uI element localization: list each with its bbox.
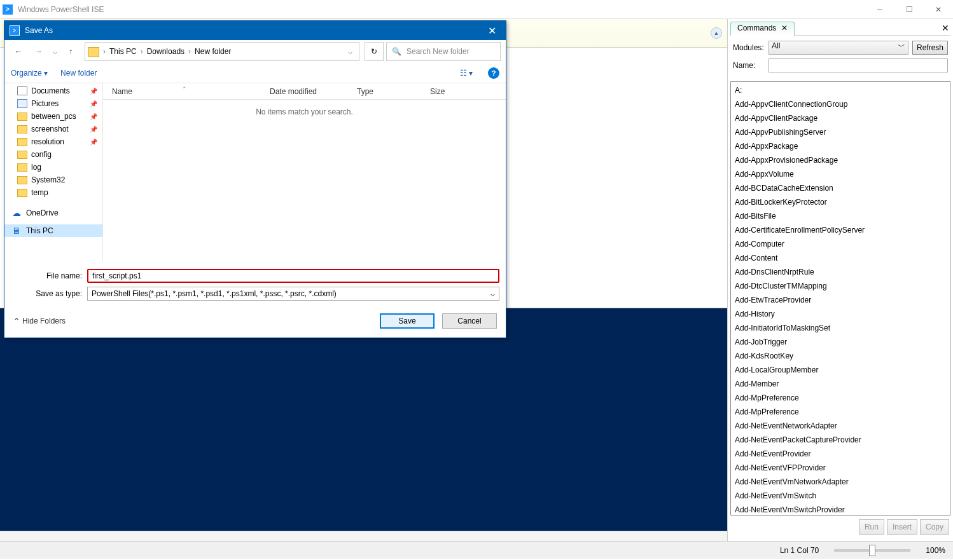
nav-back-button[interactable]: ← xyxy=(10,43,27,60)
column-name[interactable]: ⌃Name xyxy=(103,87,261,96)
breadcrumb-seg[interactable]: Downloads xyxy=(144,47,187,56)
command-item[interactable]: Add-KdsRootKey xyxy=(731,349,950,363)
command-item[interactable]: Add-AppxPackage xyxy=(731,139,950,153)
command-item[interactable]: Add-JobTrigger xyxy=(731,335,950,349)
horizontal-scrollbar[interactable] xyxy=(0,531,727,541)
command-item[interactable]: Add-EtwTraceProvider xyxy=(731,293,950,307)
command-item[interactable]: Add-AppvPublishingServer xyxy=(731,125,950,139)
refresh-button[interactable]: Refresh xyxy=(912,41,948,55)
command-item[interactable]: Add-InitiatorIdToMaskingSet xyxy=(731,321,950,335)
tree-item[interactable]: temp xyxy=(4,186,102,199)
command-item[interactable]: Add-AppxVolume xyxy=(731,167,950,181)
filename-input[interactable] xyxy=(92,270,494,282)
cloud-icon: ☁ xyxy=(12,208,22,217)
command-item[interactable]: Add-NetEventVFPProvider xyxy=(731,461,950,475)
command-item[interactable]: Add-Member xyxy=(731,377,950,391)
tree-item[interactable]: 🖥This PC xyxy=(4,224,102,237)
command-item[interactable]: Add-BCDataCacheExtension xyxy=(731,181,950,195)
tree-item[interactable]: ☁OneDrive xyxy=(4,207,102,219)
modules-select[interactable]: All ﹀ xyxy=(769,41,908,55)
folder-icon xyxy=(17,112,27,121)
copy-button[interactable]: Copy xyxy=(920,519,949,535)
new-folder-button[interactable]: New folder xyxy=(60,69,97,78)
command-item[interactable]: Add-NetEventProvider xyxy=(731,447,950,461)
command-item[interactable]: Add-CertificateEnrollmentPolicyServer xyxy=(731,223,950,237)
panel-close-icon[interactable]: ✕ xyxy=(942,23,949,33)
view-options-button[interactable]: ☷ ▾ xyxy=(457,67,475,79)
command-item[interactable]: Add-AppxProvisionedPackage xyxy=(731,153,950,167)
name-filter-input[interactable] xyxy=(769,58,948,72)
command-item[interactable]: Add-NetEventVmNetworkAdapter xyxy=(731,475,950,489)
command-item[interactable]: Add-MpPreference xyxy=(731,391,950,405)
column-size[interactable]: Size xyxy=(421,87,472,96)
command-item[interactable]: Add-AppvClientPackage xyxy=(731,111,950,125)
refresh-location-button[interactable]: ↻ xyxy=(365,42,384,61)
command-item[interactable]: Add-NetEventVmSwitch xyxy=(731,489,950,503)
hide-folders-toggle[interactable]: ⌃ Hide Folders xyxy=(13,317,66,325)
tree-item[interactable]: log xyxy=(4,161,102,174)
tree-item-label: between_pcs xyxy=(31,112,76,121)
zoom-slider[interactable] xyxy=(834,549,910,552)
command-item[interactable]: Add-NetEventVmSwitchProvider xyxy=(731,503,950,516)
command-item[interactable]: Add-DtcClusterTMMapping xyxy=(731,279,950,293)
cancel-button[interactable]: Cancel xyxy=(442,313,497,329)
maximize-button[interactable]: ☐ xyxy=(894,0,924,19)
command-item[interactable]: Add-BitsFile xyxy=(731,209,950,223)
command-item[interactable]: Add-Computer xyxy=(731,237,950,251)
insert-button[interactable]: Insert xyxy=(887,519,917,535)
command-item[interactable]: Add-NetEventNetworkAdapter xyxy=(731,419,950,433)
tab-close-icon[interactable]: ✕ xyxy=(781,24,788,32)
savetype-select[interactable]: PowerShell Files(*.ps1, *.psm1, *.psd1, … xyxy=(87,287,499,301)
command-item[interactable]: Add-DnsClientNrptRule xyxy=(731,265,950,279)
tree-item[interactable]: between_pcs📌 xyxy=(4,110,102,123)
command-item[interactable]: Add-LocalGroupMember xyxy=(731,363,950,377)
dialog-close-button[interactable]: ✕ xyxy=(478,21,506,40)
doc-icon xyxy=(17,86,27,95)
navigation-tree[interactable]: Documents📌Pictures📌between_pcs📌screensho… xyxy=(4,83,103,261)
toolbar-scroll-up-icon[interactable]: ▲ xyxy=(711,27,722,39)
nav-up-button[interactable]: ↑ xyxy=(62,43,80,60)
sort-indicator-icon: ⌃ xyxy=(182,86,187,92)
tree-item[interactable]: Pictures📌 xyxy=(4,97,102,110)
tree-item[interactable]: resolution📌 xyxy=(4,135,102,148)
minimize-button[interactable]: ─ xyxy=(865,0,894,19)
command-item[interactable]: Add-Content xyxy=(731,251,950,265)
command-item[interactable]: Add-History xyxy=(731,307,950,321)
tree-item[interactable]: Documents📌 xyxy=(4,85,102,97)
command-item[interactable]: Add-BitLockerKeyProtector xyxy=(731,195,950,209)
command-item[interactable]: Add-NetEventPacketCaptureProvider xyxy=(731,433,950,447)
chevron-down-icon: ⌵ xyxy=(490,289,495,298)
chevron-down-icon[interactable]: ⌵ xyxy=(344,47,356,56)
breadcrumb-seg[interactable]: This PC xyxy=(107,47,139,56)
window-title: Windows PowerShell ISE xyxy=(18,5,104,14)
command-item[interactable]: A: xyxy=(731,83,950,97)
help-button[interactable]: ? xyxy=(488,67,499,79)
zoom-thumb[interactable] xyxy=(869,545,875,556)
dialog-titlebar[interactable]: Save As ✕ xyxy=(4,21,506,40)
command-item[interactable]: Add-AppvClientConnectionGroup xyxy=(731,97,950,111)
breadcrumb[interactable]: › This PC › Downloads › New folder ⌵ xyxy=(85,42,359,61)
tree-item-label: System32 xyxy=(31,175,65,184)
breadcrumb-seg[interactable]: New folder xyxy=(192,47,233,56)
tree-item-label: config xyxy=(31,150,52,159)
tree-item[interactable]: config xyxy=(4,148,102,161)
save-button[interactable]: Save xyxy=(380,313,435,329)
tree-item[interactable]: screenshot📌 xyxy=(4,123,102,135)
console-pane[interactable] xyxy=(0,308,727,531)
commands-list[interactable]: A:Add-AppvClientConnectionGroupAdd-AppvC… xyxy=(730,81,950,516)
tree-item[interactable]: System32 xyxy=(4,174,102,186)
status-bar: Ln 1 Col 70 100% xyxy=(0,541,953,559)
pic-icon xyxy=(17,99,27,108)
column-type[interactable]: Type xyxy=(348,87,421,96)
file-list[interactable]: ⌃Name Date modified Type Size No items m… xyxy=(103,83,506,261)
run-button[interactable]: Run xyxy=(859,519,884,535)
search-input[interactable]: 🔍 Search New folder xyxy=(386,42,501,61)
command-item[interactable]: Add-MpPreference xyxy=(731,405,950,419)
nav-forward-button[interactable]: → xyxy=(30,43,48,60)
nav-recent-icon[interactable]: ⌵ xyxy=(50,43,59,60)
tab-commands[interactable]: Commands ✕ xyxy=(730,22,795,36)
organize-menu[interactable]: Organize ▾ xyxy=(11,69,48,78)
column-date[interactable]: Date modified xyxy=(261,87,348,96)
main-titlebar: Windows PowerShell ISE ─ ☐ ✕ xyxy=(0,0,953,19)
close-button[interactable]: ✕ xyxy=(924,0,953,19)
